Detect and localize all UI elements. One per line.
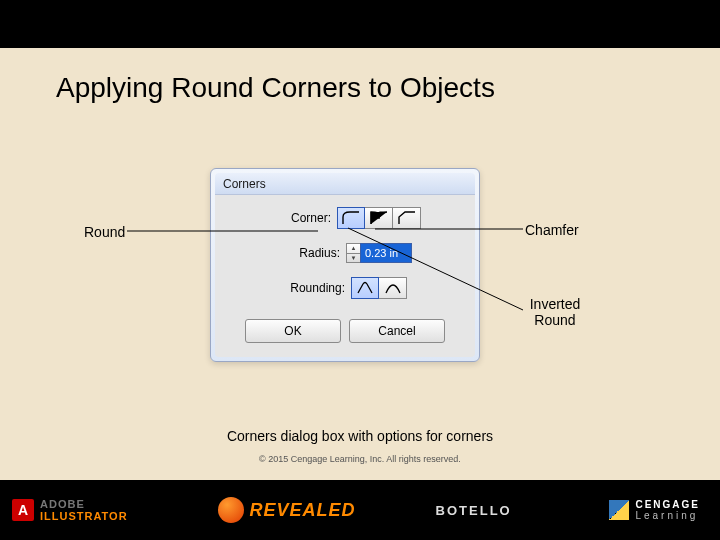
radius-label: Radius: xyxy=(278,246,346,260)
figure-caption: Corners dialog box with options for corn… xyxy=(0,428,720,444)
corner-type-inverted-round[interactable] xyxy=(365,207,393,229)
copyright-text: © 2015 Cengage Learning, Inc. All rights… xyxy=(0,454,720,464)
rounding-row: Rounding: xyxy=(225,277,465,299)
corner-type-round[interactable] xyxy=(337,207,365,229)
rounding-absolute-icon xyxy=(356,281,374,295)
radius-step-down[interactable]: ▼ xyxy=(347,254,360,263)
rounding-absolute[interactable] xyxy=(351,277,379,299)
illustrator-label: ILLUSTRATOR xyxy=(40,510,128,522)
annotation-chamfer: Chamfer xyxy=(525,222,579,238)
footer-bar: A ADOBE ILLUSTRATOR REVEALED BOTELLO CEN… xyxy=(0,480,720,540)
radius-step-buttons: ▲ ▼ xyxy=(346,243,360,263)
cengage-label: CENGAGE xyxy=(635,499,700,510)
revealed-wordmark: REVEALED xyxy=(250,500,356,521)
round-corner-icon xyxy=(342,211,360,225)
dialog-titlebar: Corners xyxy=(215,173,475,195)
adobe-mark-icon: A xyxy=(12,499,34,521)
learning-label: Learning xyxy=(635,510,700,521)
adobe-label: ADOBE xyxy=(40,498,128,510)
annotation-round: Round xyxy=(84,224,125,240)
inverted-round-corner-icon xyxy=(370,211,388,225)
radius-step-up[interactable]: ▲ xyxy=(347,244,360,254)
radius-input[interactable]: 0.23 in xyxy=(360,243,412,263)
chamfer-corner-icon xyxy=(398,211,416,225)
annotation-inverted-round: Inverted Round xyxy=(525,296,585,328)
slide-title: Applying Round Corners to Objects xyxy=(0,48,720,104)
annotation-inverted-line1: Inverted xyxy=(530,296,581,312)
cengage-mark-icon xyxy=(609,500,629,520)
adobe-illustrator-logo: A ADOBE ILLUSTRATOR xyxy=(12,498,128,522)
dialog-body: Corner: xyxy=(215,195,475,357)
cengage-logo: CENGAGE Learning xyxy=(609,499,700,521)
ok-button[interactable]: OK xyxy=(245,319,341,343)
creative-cloud-badge: REVEALED xyxy=(218,497,356,523)
top-bar xyxy=(0,0,720,48)
corner-label: Corner: xyxy=(269,211,337,225)
rounding-relative-icon xyxy=(384,281,402,295)
creative-cloud-icon xyxy=(218,497,244,523)
corner-type-row: Corner: xyxy=(225,207,465,229)
radius-stepper: ▲ ▼ 0.23 in xyxy=(346,243,412,263)
corners-dialog: Corners Corner: xyxy=(210,168,480,362)
annotation-inverted-line2: Round xyxy=(534,312,575,328)
dialog-button-row: OK Cancel xyxy=(225,319,465,343)
corner-type-chamfer[interactable] xyxy=(393,207,421,229)
rounding-relative[interactable] xyxy=(379,277,407,299)
author-name: BOTELLO xyxy=(436,503,512,518)
rounding-label: Rounding: xyxy=(283,281,351,295)
cancel-button[interactable]: Cancel xyxy=(349,319,445,343)
radius-row: Radius: ▲ ▼ 0.23 in xyxy=(225,243,465,263)
